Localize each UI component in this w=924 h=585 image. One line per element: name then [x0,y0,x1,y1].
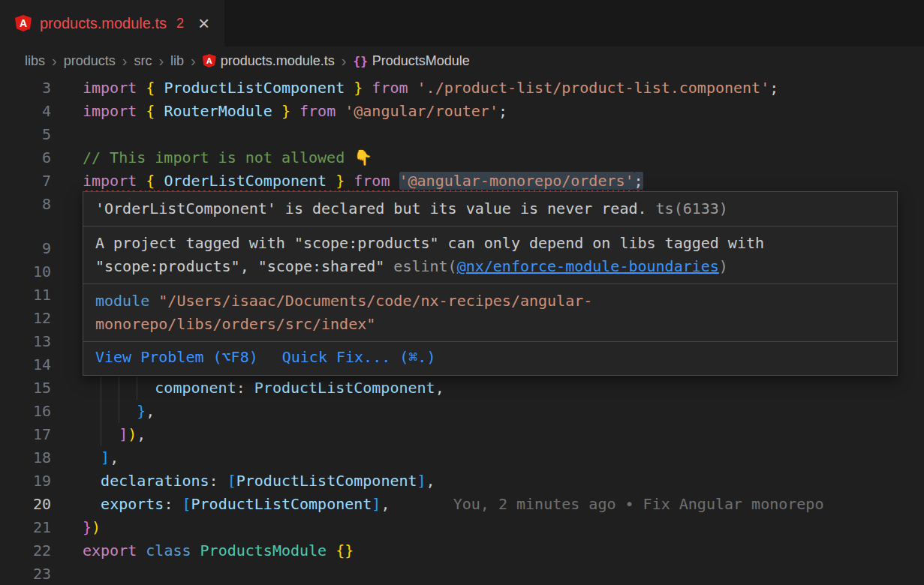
token: {} [336,542,354,560]
code-content: component: ProductListComponent, [83,376,444,400]
token: ) [92,518,101,536]
hover-rows: 'OrderListComponent' is declared but its… [83,192,897,342]
line-number[interactable]: 12 [0,307,51,330]
breadcrumb-item-src[interactable]: src [134,53,152,69]
token: ] [372,495,381,513]
line-number[interactable]: 5 [0,123,51,146]
line-number[interactable]: 17 [0,423,51,446]
line-number[interactable]: 3 [0,76,51,100]
token: component [155,379,236,397]
token: [ [227,472,236,490]
code-content: ], [83,446,119,470]
line-number[interactable]: 22 [0,539,51,562]
line-number[interactable]: 15 [0,376,51,400]
breadcrumb-label: products.module.ts [221,53,335,69]
hover-text: eslint( [393,257,456,275]
token: '@angular-monorepo/orders' [399,172,634,190]
quick-fix-action[interactable]: Quick Fix... (⌘.) [282,346,436,369]
code-line[interactable]: 4import { RouterModule } from '@angular/… [0,100,924,123]
breadcrumb-item-lib[interactable]: lib [170,53,184,69]
code-content: import { OrderListComponent } from '@ang… [83,170,643,193]
token: ] [101,448,110,466]
code-content: import { RouterModule } from '@angular/r… [83,100,507,123]
token: , [435,379,444,397]
line-number[interactable]: 10 [0,260,51,284]
token: ] [417,472,426,490]
code-content: declarations: [ProductListComponent], [83,470,435,493]
eslint-rule-link[interactable]: @nx/enforce-module-boundaries [457,257,719,275]
token [155,102,164,120]
code-line[interactable]: 7import { OrderListComponent } from '@an… [0,170,924,193]
breadcrumb-item-products-module-ts[interactable]: Aproducts.module.ts [203,53,335,69]
tab-error-count-badge: 2 [176,16,184,32]
token [345,172,354,190]
code-line[interactable]: 20 exports: [ProductListComponent],You, … [0,493,924,516]
token: { [146,79,155,97]
token: ProductListComponent [236,472,417,490]
breadcrumb-item-libs[interactable]: libs [25,53,45,69]
indent-guide [119,376,119,400]
line-number[interactable]: 9 [0,237,51,260]
line-number[interactable]: 23 [0,562,51,585]
tab-products-module[interactable]: A products.module.ts 2 × [0,0,224,46]
hover-text: module [95,292,149,310]
token [83,495,101,513]
close-icon[interactable]: × [198,14,209,33]
tab-title: products.module.ts [40,15,167,32]
token: } [83,518,92,536]
token: from [354,172,390,190]
token [363,79,372,97]
token: ProductListComponent [254,379,435,397]
line-number[interactable]: 11 [0,284,51,307]
token: } [137,402,146,420]
angular-icon: A [203,54,216,68]
hover-text: "/Users/isaac/Documents/code/nx-recipes/… [158,292,592,310]
code-line[interactable]: 18 ], [0,446,924,470]
git-blame-annotation: You, 2 minutes ago • Fix Angular monorep… [453,495,824,513]
line-number[interactable]: 19 [0,470,51,493]
breadcrumb-item-products[interactable]: products [64,53,116,69]
code-line[interactable]: 3import { ProductListComponent } from '.… [0,76,924,100]
hover-text: A project tagged with "scope:products" c… [95,234,764,252]
line-number[interactable]: 7 [0,170,51,193]
editor[interactable]: 3import { ProductListComponent } from '.… [0,75,924,585]
tab-bar: A products.module.ts 2 × [0,0,924,46]
hover-line: "scope:products", "scope:shared" eslint(… [95,255,885,278]
code-line[interactable]: 15 component: ProductListComponent, [0,376,924,400]
line-number[interactable]: 21 [0,516,51,539]
code-line[interactable]: 5 [0,123,924,146]
code-line[interactable]: 16 }, [0,400,924,423]
token [155,79,164,97]
token: , [426,472,435,490]
line-number[interactable]: 13 [0,330,51,353]
line-number[interactable]: 16 [0,400,51,423]
breadcrumb-label: lib [170,53,184,69]
breadcrumb-item-productsmodule[interactable]: {}ProductsModule [354,53,470,69]
token: [ [182,495,191,513]
code-line[interactable]: 19 declarations: [ProductListComponent], [0,470,924,493]
token: from [299,102,336,120]
code-content: }, [83,400,155,423]
line-number[interactable]: 6 [0,146,51,170]
token [83,402,137,420]
token: ; [769,79,778,97]
code-line[interactable]: 17 ]), [0,423,924,446]
line-number[interactable]: 20 [0,493,51,516]
code-content: import { ProductListComponent } from './… [83,76,778,100]
code-line[interactable]: 6// This import is not allowed 👇 [0,146,924,170]
token: } [336,172,345,190]
code-line[interactable]: 22export class ProductsModule {} [0,539,924,562]
code-line[interactable]: 21}) [0,516,924,539]
line-number[interactable]: 14 [0,353,51,376]
token [290,102,299,120]
indent-guide [101,400,101,423]
indent-guide [137,376,137,400]
line-number[interactable]: 4 [0,100,51,123]
token: ) [128,425,137,443]
line-number[interactable]: 18 [0,446,51,470]
line-number[interactable]: 8 [0,193,51,216]
view-problem-action[interactable]: View Problem (⌥F8) [95,346,258,369]
token: , [110,448,119,466]
token: class [146,542,191,560]
code-line[interactable]: 23 [0,562,924,585]
